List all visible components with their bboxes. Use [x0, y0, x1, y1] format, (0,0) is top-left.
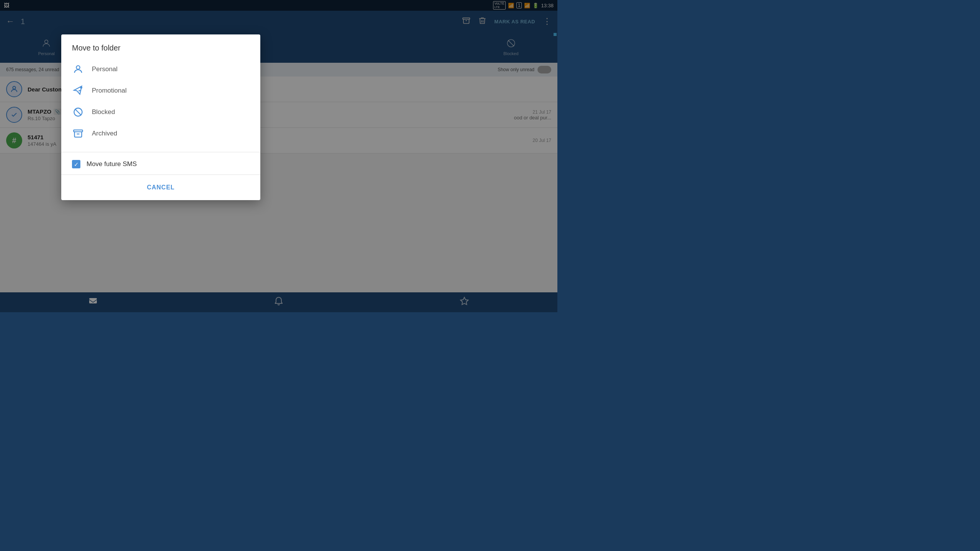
folder-option-promotional[interactable]: Promotional — [72, 80, 250, 101]
cancel-button[interactable]: CANCEL — [138, 181, 184, 194]
folder-option-blocked[interactable]: Blocked — [72, 101, 250, 123]
svg-point-8 — [80, 87, 82, 88]
dialog-actions: CANCEL — [61, 175, 260, 200]
dialog-options: Personal Promotional Blocked — [61, 59, 260, 150]
folder-option-archived[interactable]: Archived — [72, 123, 250, 144]
folder-option-archived-label: Archived — [92, 130, 117, 137]
move-future-sms-checkbox[interactable]: ✓ — [72, 160, 80, 168]
person-icon — [72, 64, 84, 75]
svg-point-7 — [76, 66, 80, 69]
archive-icon — [72, 128, 84, 139]
blocked-icon — [72, 107, 84, 117]
svg-rect-11 — [74, 130, 82, 132]
dialog-divider-top — [61, 152, 260, 152]
promo-icon — [72, 85, 84, 96]
checkbox-check-icon: ✓ — [74, 161, 79, 167]
move-future-sms-label: Move future SMS — [87, 160, 137, 168]
svg-line-10 — [75, 109, 81, 115]
folder-option-personal-label: Personal — [92, 65, 118, 73]
move-to-folder-dialog: Move to folder Personal Promotional — [61, 34, 260, 200]
folder-option-blocked-label: Blocked — [92, 108, 115, 116]
dialog-title: Move to folder — [61, 34, 260, 59]
folder-option-promotional-label: Promotional — [92, 87, 127, 95]
move-future-sms-row[interactable]: ✓ Move future SMS — [61, 154, 260, 174]
folder-option-personal[interactable]: Personal — [72, 59, 250, 80]
